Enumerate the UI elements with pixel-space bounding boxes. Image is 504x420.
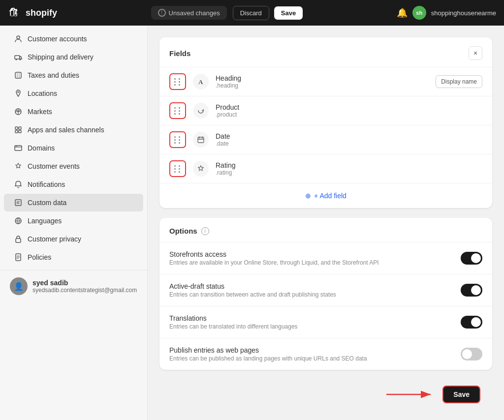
sidebar-nav: Customer accountsShipping and deliveryTa… [0, 30, 147, 266]
option-desc: Entries can be published as landing page… [169, 355, 461, 362]
drag-handle-date[interactable] [169, 131, 186, 148]
main-layout: Customer accountsShipping and deliveryTa… [0, 26, 504, 420]
fields-panel-title: Fields [169, 49, 190, 58]
drag-handle-rating[interactable] [169, 160, 186, 177]
content-area: Fields × AHeading.headingDisplay namePro… [148, 26, 504, 420]
option-desc: Entries are available in your Online Sto… [169, 259, 461, 266]
sidebar-user: 👤 syed sadib syedsadib.contentstrategist… [0, 270, 147, 302]
sidebar-item-notifications[interactable]: Notifications [4, 176, 143, 193]
svg-rect-9 [15, 130, 18, 133]
field-name-text: Rating [216, 161, 482, 169]
sidebar-label-domains: Domains [28, 144, 55, 152]
field-key-text: .product [216, 111, 482, 118]
svg-point-13 [17, 146, 17, 147]
toggle-thumb [471, 317, 481, 327]
sidebar-item-markets[interactable]: Markets [4, 103, 143, 120]
user-avatar: 👤 [10, 277, 28, 295]
option-desc: Entries can transition between active an… [169, 291, 461, 298]
discard-button[interactable]: Discard [233, 6, 269, 20]
sidebar-label-policies: Policies [28, 253, 51, 261]
toggle-thumb [462, 349, 472, 359]
notifications-icon [14, 180, 23, 189]
drag-handle-product[interactable] [169, 102, 186, 119]
sidebar-label-custom-data: Custom data [28, 199, 66, 207]
fields-panel-header: Fields × [159, 37, 492, 67]
svg-rect-8 [19, 127, 21, 129]
save-arrow-annotation [381, 385, 441, 404]
options-list: Storefronts accessEntries are available … [159, 242, 492, 370]
toggle-publish-web[interactable] [461, 348, 482, 360]
add-field-button[interactable]: ⊕ + Add field [305, 192, 346, 200]
sidebar-item-policies[interactable]: Policies [4, 248, 143, 266]
warning-icon: ! [158, 9, 166, 17]
unsaved-text: Unsaved changes [169, 9, 220, 17]
drag-handle-heading[interactable] [169, 73, 186, 90]
sidebar-label-apps-sales: Apps and sales channels [28, 126, 104, 134]
add-field-label: + Add field [314, 192, 346, 200]
policies-icon [14, 253, 23, 262]
field-key-text: .heading [216, 82, 429, 89]
custom-data-icon [14, 198, 23, 207]
add-field-row: ⊕ + Add field [159, 183, 492, 208]
field-name-text: Date [216, 132, 482, 140]
fields-panel-close-button[interactable]: × [469, 46, 482, 60]
locations-icon [14, 89, 23, 98]
shopify-logo: shopify [8, 6, 57, 20]
fields-panel: Fields × AHeading.headingDisplay namePro… [159, 37, 492, 208]
fields-list: AHeading.headingDisplay nameProduct.prod… [159, 67, 492, 183]
toggle-translations[interactable] [461, 316, 482, 329]
svg-rect-10 [19, 130, 21, 133]
sidebar-item-apps-sales[interactable]: Apps and sales channels [4, 121, 143, 139]
sidebar-label-customer-events: Customer events [28, 162, 80, 170]
markets-icon [14, 107, 23, 116]
option-label: Publish entries as web pages [169, 346, 461, 354]
svg-rect-7 [15, 127, 18, 129]
options-info-icon[interactable]: i [201, 227, 209, 235]
field-key-text: .rating [216, 169, 482, 176]
sidebar-item-custom-data[interactable]: Custom data [4, 194, 143, 211]
apps-sales-icon [14, 125, 23, 134]
sidebar-item-domains[interactable]: Domains [4, 139, 143, 157]
topbar-right: 🔔 sh shoppinghousenearme [397, 6, 496, 20]
shipping-delivery-icon [14, 53, 23, 61]
sidebar-item-customer-privacy[interactable]: Customer privacy [4, 230, 143, 248]
taxes-duties-icon [14, 71, 23, 80]
sidebar-label-markets: Markets [28, 108, 52, 116]
notifications-bell-icon[interactable]: 🔔 [397, 7, 408, 18]
field-info-rating: Rating.rating [216, 161, 482, 176]
display-name-button[interactable]: Display name [436, 75, 482, 88]
sidebar-item-shipping-delivery[interactable]: Shipping and delivery [4, 48, 143, 66]
sidebar: Customer accountsShipping and deliveryTa… [0, 26, 148, 420]
svg-point-0 [17, 36, 20, 39]
topbar-actions: Discard Save [233, 6, 303, 20]
option-text-publish-web: Publish entries as web pagesEntries can … [169, 346, 461, 362]
sidebar-item-taxes-duties[interactable]: Taxes and duties [4, 66, 143, 84]
option-desc: Entries can be translated into different… [169, 323, 461, 330]
svg-point-3 [20, 59, 21, 60]
customer-privacy-icon [14, 235, 23, 243]
field-info-heading: Heading.heading [216, 74, 429, 89]
svg-point-5 [18, 91, 19, 93]
topbar: shopify ! Unsaved changes Discard Save 🔔… [0, 0, 504, 26]
user-info: syed sadib syedsadib.contentstrategist@g… [32, 279, 137, 294]
user-name: syed sadib [32, 279, 137, 287]
field-row-heading: AHeading.headingDisplay name [159, 67, 492, 96]
toggle-active-draft[interactable] [461, 284, 482, 297]
save-bottom-button[interactable]: Save [442, 386, 480, 403]
svg-rect-21 [198, 137, 204, 143]
option-label: Active-draft status [169, 282, 461, 290]
sidebar-item-customer-events[interactable]: Customer events [4, 157, 143, 175]
field-type-icon-heading: A [193, 74, 209, 90]
field-row-product: Product.product [159, 96, 492, 125]
sidebar-item-customer-accounts[interactable]: Customer accounts [4, 30, 143, 48]
field-name-text: Heading [216, 74, 429, 82]
option-label: Translations [169, 314, 461, 322]
sidebar-item-locations[interactable]: Locations [4, 85, 143, 102]
toggle-storefronts-access[interactable] [461, 252, 482, 265]
save-top-button[interactable]: Save [274, 6, 303, 20]
sidebar-label-shipping-delivery: Shipping and delivery [28, 53, 94, 61]
option-row-storefronts-access: Storefronts accessEntries are available … [159, 242, 492, 274]
sidebar-item-languages[interactable]: Languages [4, 212, 143, 230]
svg-rect-4 [15, 72, 21, 78]
options-panel: Options i Storefronts accessEntries are … [159, 218, 492, 370]
